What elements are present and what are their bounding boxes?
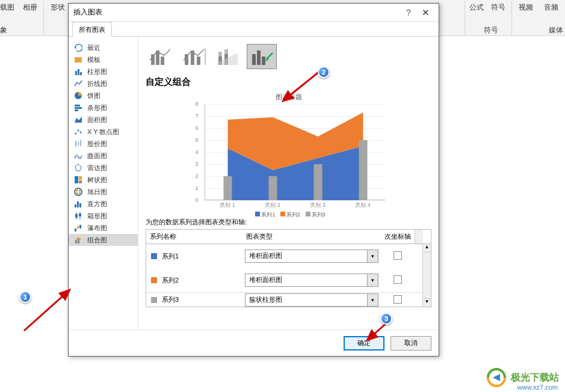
- chevron-down-icon[interactable]: ▾: [367, 294, 378, 306]
- sidebar-item-label: 模板: [87, 55, 100, 64]
- sidebar-item-label: 折线图: [87, 79, 107, 88]
- subtype-row: [146, 44, 431, 69]
- sidebar-item-combo[interactable]: 组合图: [69, 234, 138, 246]
- radar-icon: [73, 164, 82, 172]
- combo-icon: [73, 236, 82, 244]
- sidebar-item-histogram[interactable]: 直方图: [69, 198, 138, 210]
- svg-rect-31: [78, 238, 79, 243]
- sidebar-item-label: 组合图: [87, 236, 107, 245]
- line-icon: [73, 79, 82, 88]
- sidebar-item-label: 曲面图: [87, 152, 107, 161]
- help-button[interactable]: ?: [400, 8, 417, 17]
- ribbon-group: 象: [0, 25, 7, 35]
- svg-rect-2: [78, 69, 79, 75]
- svg-rect-1: [75, 71, 77, 75]
- chart-type-dropdown[interactable]: 堆积面积图▾: [245, 250, 378, 263]
- surface-icon: [73, 152, 82, 160]
- svg-rect-40: [218, 52, 222, 57]
- sidebar-item-label: 饼图: [87, 91, 100, 100]
- svg-rect-6: [75, 107, 82, 109]
- col-secondary-axis: 次坐标轴: [381, 230, 415, 243]
- sidebar-item-template[interactable]: 模板: [69, 54, 138, 66]
- recent-icon: [73, 43, 82, 52]
- sidebar-item-label: X Y 散点图: [87, 127, 119, 136]
- sidebar-item-bar[interactable]: 条形图: [69, 102, 138, 114]
- sunburst-icon: [73, 188, 82, 196]
- sidebar-item-label: 条形图: [87, 103, 107, 112]
- svg-rect-26: [79, 213, 81, 216]
- watermark-logo-icon: [486, 367, 507, 388]
- sidebar-item-pie[interactable]: 饼图: [69, 90, 138, 102]
- chevron-down-icon[interactable]: ▾: [367, 250, 378, 262]
- chart-type-dropdown[interactable]: 簇状柱形图▾: [245, 293, 378, 307]
- section-title: 自定义组合: [146, 76, 431, 88]
- ribbon-tab[interactable]: 相册: [23, 2, 37, 13]
- scatter-icon: [73, 127, 82, 136]
- sidebar-item-waterfall[interactable]: 瀑布图: [69, 222, 138, 234]
- svg-marker-14: [75, 164, 81, 171]
- svg-rect-49: [359, 140, 367, 200]
- svg-rect-46: [223, 176, 232, 200]
- sidebar-item-label: 树状图: [87, 176, 107, 185]
- sidebar-item-surface[interactable]: 曲面图: [69, 150, 138, 162]
- bar-icon: [73, 103, 82, 112]
- sidebar-item-label: 柱形图: [87, 67, 107, 76]
- sidebar-item-label: 股价图: [87, 139, 107, 149]
- series-name: 系列2: [162, 276, 179, 285]
- series-row: 系列1堆积面积图▾: [146, 244, 431, 268]
- series-row: 系列3簇状柱形图▾: [146, 292, 431, 307]
- sidebar-item-column[interactable]: 柱形图: [69, 66, 138, 78]
- ok-button[interactable]: 确定: [344, 336, 384, 351]
- chart-preview: 图表标题 012345678类别 1类别 2类别 3类别 4 系列1 系列2 系…: [193, 93, 385, 213]
- sidebar-item-stock[interactable]: 股价图: [69, 138, 138, 150]
- svg-rect-16: [79, 176, 82, 180]
- sidebar-item-label: 直方图: [87, 200, 107, 209]
- sidebar-item-label: 瀑布图: [87, 224, 107, 233]
- subtype-2[interactable]: [179, 44, 209, 69]
- svg-rect-21: [77, 201, 79, 207]
- sidebar-item-recent[interactable]: 最近: [69, 41, 138, 54]
- sidebar-item-radar[interactable]: 雷达图: [69, 162, 138, 174]
- area-icon: [73, 115, 82, 124]
- sidebar-item-line[interactable]: 折线图: [69, 78, 138, 90]
- subtype-3[interactable]: [213, 44, 243, 69]
- svg-point-9: [77, 130, 79, 132]
- subtype-4-custom[interactable]: [247, 44, 277, 69]
- ribbon-tab[interactable]: 载图: [0, 2, 14, 13]
- cancel-button[interactable]: 取消: [391, 336, 431, 351]
- watermark-text: 极光下载站: [511, 372, 559, 384]
- series-name: 系列3: [162, 295, 179, 304]
- dialog-title: 插入图表: [73, 7, 400, 17]
- svg-rect-29: [79, 225, 81, 228]
- stock-icon: [73, 139, 82, 148]
- subtype-1[interactable]: [146, 44, 176, 69]
- chart-type-dropdown[interactable]: 堆积面积图▾: [245, 274, 378, 287]
- histogram-icon: [73, 200, 82, 208]
- ribbon-tab[interactable]: 符号: [491, 2, 505, 13]
- sidebar-item-area[interactable]: 面积图: [69, 114, 138, 126]
- ribbon-tab[interactable]: 音频: [544, 2, 558, 13]
- chevron-down-icon[interactable]: ▾: [367, 274, 378, 286]
- column-icon: [73, 67, 82, 76]
- scrollbar[interactable]: ▲ ▼: [422, 244, 431, 307]
- ribbon-tab[interactable]: 公式: [469, 2, 484, 13]
- sidebar-item-scatter[interactable]: X Y 散点图: [69, 126, 138, 138]
- sidebar-item-label: 面积图: [87, 115, 107, 124]
- secondary-axis-checkbox[interactable]: [394, 251, 402, 260]
- ribbon-group: 符号: [484, 25, 498, 35]
- col-series-name: 系列名称: [146, 230, 242, 243]
- sidebar-item-sunburst[interactable]: 旭日图: [69, 186, 138, 198]
- secondary-axis-checkbox[interactable]: [394, 275, 402, 284]
- sidebar-item-treemap[interactable]: 树状图: [69, 174, 138, 186]
- secondary-axis-checkbox[interactable]: [394, 295, 402, 304]
- svg-rect-22: [79, 203, 81, 207]
- ribbon-tab[interactable]: 视频: [519, 2, 533, 13]
- svg-point-10: [79, 132, 81, 133]
- svg-point-19: [76, 190, 80, 194]
- svg-rect-15: [75, 176, 78, 183]
- ribbon-tab[interactable]: 形状: [51, 2, 65, 13]
- treemap-icon: [73, 176, 82, 184]
- tab-all-charts[interactable]: 所有图表: [72, 22, 112, 37]
- close-button[interactable]: ✕: [417, 7, 434, 18]
- sidebar-item-boxwhisker[interactable]: 箱形图: [69, 210, 138, 222]
